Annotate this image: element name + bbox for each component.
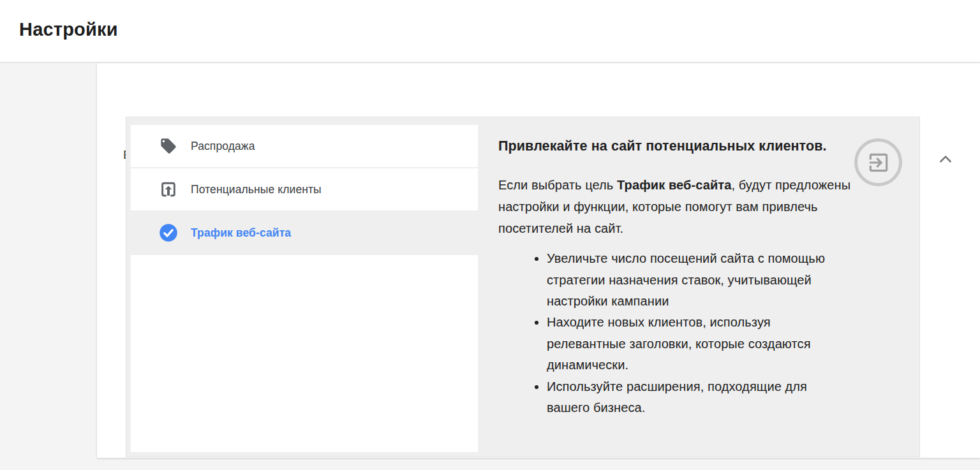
goal-description-heading: Привлекайте на сайт потенциальных клиент… <box>498 136 830 156</box>
campaign-goal-card: Выберите одну цель для кампании Распрода… <box>97 63 980 458</box>
goal-option-label: Трафик веб-сайта <box>191 226 291 240</box>
tag-icon <box>159 136 178 156</box>
goal-list-empty-area <box>131 255 478 452</box>
paragraph-goal-name: Трафик веб-сайта <box>617 178 731 192</box>
goal-option-website-traffic[interactable]: Трафик веб-сайта <box>131 212 478 254</box>
goal-option-sales[interactable]: Распродажа <box>131 125 478 167</box>
goal-description: Привлекайте на сайт потенциальных клиент… <box>498 136 857 418</box>
goal-option-label: Потенциальные клиенты <box>191 183 322 196</box>
collapse-chevron-up-icon[interactable] <box>937 151 954 168</box>
goal-benefit-item: Находите новых клиентов, используя релев… <box>547 312 846 376</box>
exit-to-app-icon <box>866 151 891 175</box>
goal-option-leads[interactable]: Потенциальные клиенты <box>131 168 478 210</box>
goal-benefit-list: Увеличьте число посещений сайта с помощь… <box>498 248 846 418</box>
paragraph-prefix: Если выбрать цель <box>498 178 617 192</box>
page-title: Настройки <box>19 19 118 40</box>
goal-list: Распродажа Потенциальные клиенты <box>131 125 478 452</box>
goal-benefit-item: Увеличьте число посещений сайта с помощь… <box>547 248 846 312</box>
exit-to-app-circle <box>854 138 902 186</box>
upload-box-icon <box>159 180 178 199</box>
goal-panel: Распродажа Потенциальные клиенты <box>126 117 920 457</box>
goal-description-paragraph: Если выбрать цель Трафик веб-сайта, буду… <box>498 174 857 239</box>
goal-benefit-item: Используйте расширения, подходящие для в… <box>547 376 846 419</box>
check-circle-icon <box>159 223 178 242</box>
goal-option-label: Распродажа <box>191 140 255 153</box>
page-header: Настройки <box>0 0 980 62</box>
